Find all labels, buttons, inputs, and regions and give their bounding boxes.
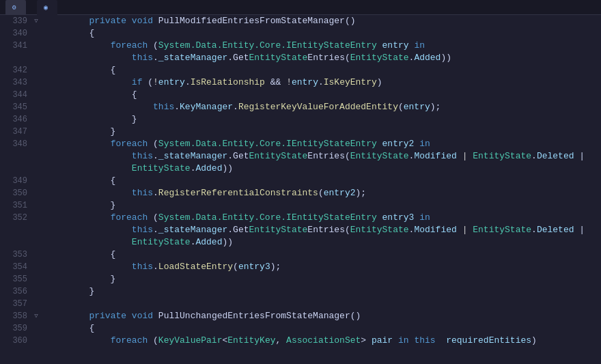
fold-indicator — [31, 298, 41, 310]
tab-icon-2: ◉ — [44, 3, 48, 12]
line-number: 346 — [0, 113, 31, 126]
fold-indicator — [31, 89, 41, 101]
line-number: 347 — [0, 126, 31, 138]
code-line: this.KeyManager.RegisterKeyValueForAdded… — [46, 101, 601, 113]
line-number — [0, 52, 31, 64]
fold-indicator — [31, 224, 41, 236]
line-number — [0, 163, 31, 175]
code-line — [46, 298, 601, 310]
line-number: 343 — [0, 76, 31, 89]
code-line: EntityState.Added)) — [46, 163, 601, 175]
code-line: } — [46, 285, 601, 298]
fold-indicator — [31, 322, 41, 335]
code-line: EntityState.Added)) — [46, 236, 601, 249]
code-line: { — [46, 249, 601, 261]
code-area[interactable]: private void PullModifiedEntriesFromStat… — [41, 15, 601, 364]
fold-indicator — [31, 187, 41, 199]
code-line: { — [46, 27, 601, 40]
line-number: 359 — [0, 322, 31, 335]
tab-icon-1: ⚙ — [12, 3, 16, 12]
tab-pull-modified[interactable]: ◉ — [37, 0, 57, 15]
line-number: 341 — [0, 40, 31, 52]
line-number: 357 — [0, 298, 31, 310]
fold-indicator — [31, 335, 41, 347]
tab-update-translator[interactable]: ⚙ — [5, 0, 26, 15]
fold-indicator — [31, 150, 41, 163]
line-number: 350 — [0, 187, 31, 199]
fold-indicator — [31, 285, 41, 298]
line-number: 356 — [0, 285, 31, 298]
fold-indicator — [31, 163, 41, 175]
fold-indicator — [31, 64, 41, 76]
line-number: 354 — [0, 261, 31, 273]
code-line: if (!entry.IsRelationship && !entry.IsKe… — [46, 76, 601, 89]
line-number: 349 — [0, 175, 31, 187]
code-line: { — [46, 89, 601, 101]
line-number: 339 — [0, 15, 31, 27]
code-line: } — [46, 126, 601, 138]
line-number: 352 — [0, 212, 31, 224]
line-numbers: 3393403413423433443453463473483493503513… — [0, 15, 31, 364]
fold-indicator — [31, 212, 41, 224]
fold-indicator — [31, 138, 41, 150]
code-line: this._stateManager.GetEntityStateEntries… — [46, 224, 601, 236]
line-number: 348 — [0, 138, 31, 150]
code-line: { — [46, 175, 601, 187]
fold-indicator — [31, 126, 41, 138]
title-bar: ⚙ ◉ — [0, 0, 601, 15]
fold-indicator — [31, 199, 41, 212]
code-line: this.RegisterReferentialConstraints(entr… — [46, 187, 601, 199]
editor-body: 3393403413423433443453463473483493503513… — [0, 15, 601, 364]
fold-indicator — [31, 175, 41, 187]
code-line: private void PullModifiedEntriesFromStat… — [46, 15, 601, 27]
code-line: { — [46, 64, 601, 76]
fold-indicator — [31, 101, 41, 113]
line-number: 358 — [0, 310, 31, 322]
code-line: this._stateManager.GetEntityStateEntries… — [46, 150, 601, 163]
code-line: foreach (System.Data.Entity.Core.IEntity… — [46, 138, 601, 150]
code-line: } — [46, 273, 601, 285]
fold-indicator — [31, 40, 41, 52]
code-line: { — [46, 322, 601, 335]
fold-indicator — [31, 273, 41, 285]
fold-indicator — [31, 113, 41, 126]
fold-indicator[interactable]: ▽ — [31, 15, 41, 27]
line-number: 345 — [0, 101, 31, 113]
code-line: this._stateManager.GetEntityStateEntries… — [46, 52, 601, 64]
line-number: 360 — [0, 335, 31, 347]
code-line: private void PullUnchangedEntriesFromSta… — [46, 310, 601, 322]
line-number: 340 — [0, 27, 31, 40]
code-line: } — [46, 113, 601, 126]
fold-indicator[interactable]: ▽ — [31, 310, 41, 322]
line-number: 355 — [0, 273, 31, 285]
fold-indicator — [31, 261, 41, 273]
fold-indicators: ▽▽ — [31, 15, 41, 364]
fold-indicator — [31, 249, 41, 261]
fold-indicator — [31, 27, 41, 40]
fold-indicator — [31, 76, 41, 89]
fold-indicator — [31, 236, 41, 249]
line-number: 344 — [0, 89, 31, 101]
line-number: 342 — [0, 64, 31, 76]
line-gutter: 3393403413423433443453463473483493503513… — [0, 15, 41, 364]
fold-indicator — [31, 52, 41, 64]
editor-window: ⚙ ◉ 339340341342343344345346347348349350… — [0, 0, 601, 364]
code-line: foreach (KeyValuePair<EntityKey, Associa… — [46, 335, 601, 347]
line-number: 351 — [0, 199, 31, 212]
line-number — [0, 236, 31, 249]
line-number — [0, 150, 31, 163]
line-number — [0, 224, 31, 236]
code-line: foreach (System.Data.Entity.Core.IEntity… — [46, 212, 601, 224]
code-line: this.LoadStateEntry(entry3); — [46, 261, 601, 273]
code-line: foreach (System.Data.Entity.Core.IEntity… — [46, 40, 601, 52]
code-line: } — [46, 199, 601, 212]
line-number: 353 — [0, 249, 31, 261]
